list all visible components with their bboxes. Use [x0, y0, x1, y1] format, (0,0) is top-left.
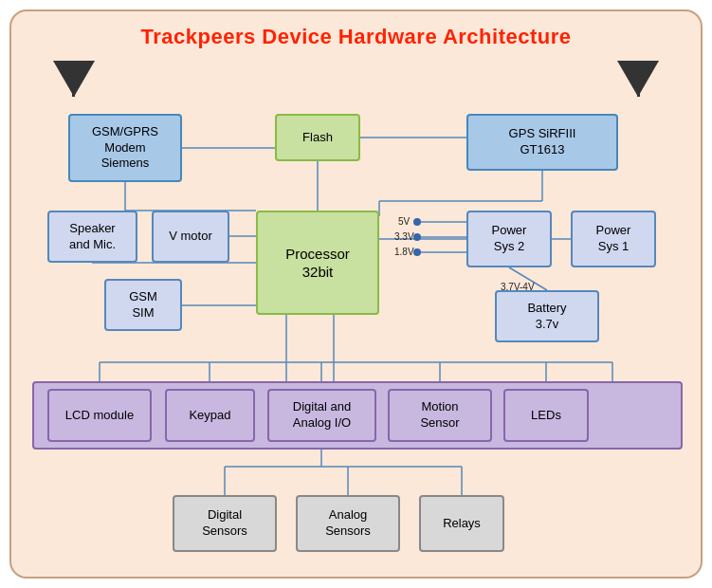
flash-box: Flash: [275, 114, 360, 161]
voltage-5v-label: 5V: [398, 216, 410, 227]
analog-sensors-label: Analog Sensors: [325, 507, 371, 540]
speaker-box: Speaker and Mic.: [47, 211, 137, 263]
lcd-box: LCD module: [47, 389, 152, 442]
motion-sensor-box: Motion Sensor: [388, 389, 492, 442]
main-container: Trackpeers Device Hardware Architecture: [9, 9, 703, 579]
battery-box: Battery 3.7v: [495, 290, 599, 342]
power-sys2-box: Power Sys 2: [466, 211, 552, 267]
motion-sensor-label: Motion Sensor: [420, 399, 459, 432]
voltage-18v-label: 1.8V: [394, 247, 414, 257]
digital-analog-io-box: Digital and Analog I/O: [267, 389, 376, 442]
digital-sensors-box: Digital Sensors: [173, 495, 277, 552]
svg-point-14: [413, 218, 421, 226]
power-sys1-box: Power Sys 1: [571, 211, 656, 267]
right-antenna-icon: [617, 61, 659, 97]
relays-box: Relays: [419, 495, 504, 552]
voltage-33v-label: 3.3V: [394, 231, 414, 242]
analog-sensors-box: Analog Sensors: [296, 495, 400, 552]
gsm-sim-label: GSM SIM: [129, 289, 157, 322]
page-title: Trackpeers Device Hardware Architecture: [11, 11, 701, 49]
digital-sensors-label: Digital Sensors: [202, 507, 247, 540]
svg-point-15: [413, 233, 421, 241]
leds-label: LEDs: [531, 408, 561, 424]
digital-analog-io-label: Digital and Analog I/O: [293, 399, 351, 432]
battery-label: Battery 3.7v: [527, 301, 566, 333]
power-sys1-label: Power Sys 1: [596, 223, 631, 255]
keypad-label: Keypad: [189, 408, 230, 424]
lcd-label: LCD module: [65, 408, 134, 424]
vmotor-label: V motor: [169, 229, 212, 245]
gsm-sim-box: GSM SIM: [104, 279, 182, 331]
svg-point-16: [413, 248, 421, 256]
leds-box: LEDs: [503, 389, 589, 442]
gsm-modem-box: GSM/GPRS Modem Siemens: [68, 114, 182, 182]
keypad-box: Keypad: [165, 389, 255, 442]
processor-label: Processor 32bit: [285, 245, 350, 282]
flash-label: Flash: [302, 130, 333, 146]
processor-box: Processor 32bit: [256, 211, 379, 315]
gsm-modem-label: GSM/GPRS Modem Siemens: [92, 124, 158, 173]
gps-label: GPS SiRFIII GT1613: [509, 126, 576, 158]
left-antenna-icon: [53, 61, 95, 97]
gps-box: GPS SiRFIII GT1613: [466, 114, 618, 171]
relays-label: Relays: [443, 516, 481, 532]
vmotor-box: V motor: [152, 211, 229, 263]
battery-voltage-label: 3.7V-4V: [501, 282, 535, 292]
speaker-label: Speaker and Mic.: [69, 221, 116, 253]
power-sys2-label: Power Sys 2: [492, 223, 527, 255]
